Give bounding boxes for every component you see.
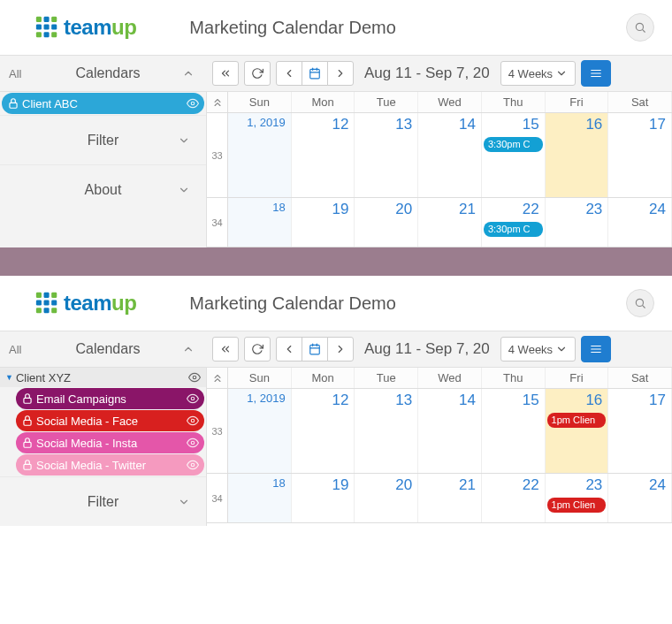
next-button[interactable] <box>327 61 354 86</box>
view-select[interactable]: 4 Weeks <box>500 61 576 86</box>
calendar-item[interactable]: Email Campaigns <box>16 388 204 409</box>
calendars-header[interactable]: AllCalendars <box>0 56 207 91</box>
today-button[interactable] <box>302 61 328 86</box>
day-number: 20 <box>355 474 417 497</box>
day-cell[interactable]: 22 <box>482 474 546 522</box>
refresh-button[interactable] <box>244 61 271 86</box>
calendars-label: Calendars <box>34 65 182 81</box>
calendar-item[interactable]: Client ABC <box>2 93 204 114</box>
day-number: 18 <box>228 474 291 492</box>
day-cell[interactable]: 17 <box>608 389 672 473</box>
day-cell[interactable]: 16 <box>546 113 609 197</box>
svg-point-40 <box>191 397 195 400</box>
day-number: 22 <box>482 198 545 221</box>
chevron-up-icon[interactable] <box>182 343 198 355</box>
menu-button[interactable] <box>581 60 611 87</box>
day-cell[interactable]: 14 <box>418 113 482 197</box>
collapse-sidebar-button[interactable] <box>212 337 239 361</box>
day-cell[interactable]: 24 <box>608 198 672 247</box>
day-cell[interactable]: 231pm Clien <box>546 474 609 522</box>
dow-label: Wed <box>418 368 482 388</box>
day-cell[interactable]: 1, 2019 <box>228 113 292 197</box>
event[interactable]: 3:30pm C <box>484 222 543 237</box>
calendar-group-header[interactable]: ▼Client XYZ <box>0 368 206 387</box>
sidebar-section-filter[interactable]: Filter <box>0 115 206 164</box>
day-cell[interactable]: 12 <box>292 389 355 473</box>
day-cell[interactable]: 17 <box>608 113 672 197</box>
search-button[interactable] <box>626 13 654 42</box>
day-number: 13 <box>355 113 417 136</box>
day-number: 13 <box>355 389 417 412</box>
event[interactable]: 1pm Clien <box>547 498 607 513</box>
prev-button[interactable] <box>276 61 302 86</box>
refresh-button[interactable] <box>244 337 271 361</box>
eye-icon[interactable] <box>187 437 199 449</box>
day-cell[interactable]: 21 <box>418 474 482 522</box>
svg-point-44 <box>191 441 195 445</box>
day-cell[interactable]: 12 <box>292 113 355 197</box>
calendar-item-label: Client ABC <box>22 97 187 110</box>
calendar-item[interactable]: Social Media - Twitter <box>16 454 204 476</box>
svg-rect-5 <box>51 25 57 30</box>
next-button[interactable] <box>327 337 354 361</box>
svg-point-38 <box>193 376 196 379</box>
calendars-header[interactable]: AllCalendars <box>0 331 207 367</box>
svg-point-19 <box>191 102 195 105</box>
menu-button[interactable] <box>581 336 611 362</box>
day-number: 15 <box>482 113 545 136</box>
event[interactable]: 3:30pm C <box>484 137 543 152</box>
today-button[interactable] <box>302 337 328 361</box>
svg-rect-27 <box>44 308 50 313</box>
dow-label: Sun <box>228 92 292 112</box>
day-cell[interactable]: 13 <box>355 389 418 473</box>
all-label: All <box>9 343 34 356</box>
collapse-weeks-button[interactable] <box>207 368 228 388</box>
day-number: 16 <box>546 389 608 412</box>
day-cell[interactable]: 18 <box>228 198 292 247</box>
day-number: 16 <box>546 113 608 136</box>
logo[interactable]: teamup <box>35 291 136 316</box>
day-cell[interactable]: 15 <box>482 389 546 473</box>
event[interactable]: 1pm Clien <box>547 413 607 428</box>
chevron-up-icon[interactable] <box>182 67 198 80</box>
day-cell[interactable]: 20 <box>355 198 418 247</box>
calendar-item[interactable]: Social Media - Face <box>16 410 204 431</box>
day-cell[interactable]: 19 <box>292 198 355 247</box>
svg-rect-22 <box>51 293 57 298</box>
sidebar-section-about[interactable]: About <box>0 164 206 214</box>
collapse-sidebar-button[interactable] <box>212 61 239 86</box>
day-cell[interactable]: 21 <box>418 198 482 247</box>
day-number: 24 <box>608 198 671 221</box>
day-cell[interactable]: 18 <box>228 474 292 522</box>
day-cell[interactable]: 1, 2019 <box>228 389 292 473</box>
day-cell[interactable]: 161pm Clien <box>546 389 609 473</box>
collapse-weeks-button[interactable] <box>207 92 228 112</box>
day-cell[interactable]: 223:30pm C <box>482 198 546 247</box>
day-cell[interactable]: 14 <box>418 389 482 473</box>
svg-rect-24 <box>44 301 50 306</box>
eye-icon[interactable] <box>187 459 199 471</box>
week-number: 33 <box>207 113 228 197</box>
svg-rect-7 <box>44 32 50 37</box>
day-cell[interactable]: 20 <box>355 474 418 522</box>
sidebar-section-filter[interactable]: Filter <box>0 476 206 526</box>
calendars-label: Calendars <box>34 341 182 357</box>
day-cell[interactable]: 19 <box>292 474 355 522</box>
prev-button[interactable] <box>276 337 302 361</box>
view-select[interactable]: 4 Weeks <box>500 337 576 361</box>
svg-line-10 <box>643 30 645 33</box>
search-button[interactable] <box>626 289 654 317</box>
divider <box>0 247 672 276</box>
eye-icon[interactable] <box>188 371 201 384</box>
calendar-item[interactable]: Social Media - Insta <box>16 432 204 453</box>
logo[interactable]: teamup <box>35 15 136 40</box>
day-cell[interactable]: 13 <box>355 113 418 197</box>
eye-icon[interactable] <box>187 415 199 427</box>
day-cell[interactable]: 24 <box>608 474 672 522</box>
svg-rect-4 <box>44 25 50 30</box>
eye-icon[interactable] <box>187 392 199 405</box>
day-cell[interactable]: 23 <box>546 198 609 247</box>
day-number: 17 <box>608 389 671 412</box>
eye-icon[interactable] <box>187 97 199 110</box>
day-cell[interactable]: 153:30pm C <box>482 113 546 197</box>
